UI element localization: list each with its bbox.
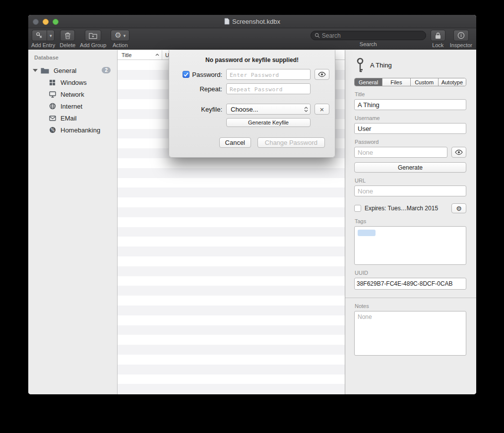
reveal-password-button[interactable] — [451, 147, 466, 158]
column-header-username[interactable]: U — [162, 52, 169, 58]
tab-general[interactable]: General — [355, 78, 382, 86]
url-field[interactable] — [354, 186, 466, 196]
dialog-password-input[interactable] — [226, 69, 311, 80]
delete-group: Delete — [60, 30, 75, 48]
zoom-button[interactable] — [53, 19, 59, 25]
clear-keyfile-button[interactable]: × — [315, 104, 329, 115]
add-entry-button[interactable] — [32, 30, 47, 41]
notes-field-label: Notes — [355, 303, 466, 309]
notes-field[interactable] — [354, 311, 466, 356]
sidebar-item-label: EMail — [61, 115, 77, 122]
username-field[interactable] — [354, 123, 466, 134]
lock-button[interactable] — [431, 30, 445, 41]
lock-group: Lock — [431, 30, 445, 48]
sidebar-item-email[interactable]: EMail — [28, 112, 117, 124]
sidebar-item-windows[interactable]: Windows — [28, 76, 117, 88]
disclosure-triangle-icon[interactable] — [33, 69, 38, 72]
trash-icon — [64, 32, 71, 39]
network-icon — [49, 91, 56, 98]
svg-text:%: % — [51, 128, 55, 132]
eye-icon — [455, 149, 463, 155]
action-group: ⚙ ▾ Action — [111, 30, 129, 48]
info-circle-icon — [457, 32, 465, 39]
add-entry-label: Add Entry — [31, 42, 55, 48]
search-group: Search — [311, 30, 426, 47]
traffic-lights — [33, 19, 59, 25]
cancel-button[interactable]: Cancel — [219, 137, 251, 148]
search-field[interactable] — [311, 31, 426, 40]
toolbar: ▾ Add Entry Delete Add Group ⚙ — [28, 28, 476, 50]
sidebar-item-general[interactable]: General 2 — [28, 64, 117, 76]
chevron-down-icon: ▾ — [50, 33, 52, 38]
sort-ascending-icon — [155, 54, 159, 56]
change-password-button[interactable]: Change Password — [257, 137, 325, 148]
sidebar-item-label: General — [54, 67, 76, 74]
uuid-field[interactable] — [354, 278, 466, 290]
add-group-button[interactable] — [85, 30, 101, 41]
sidebar-item-label: Windows — [61, 79, 87, 86]
inspector-tabs: General Files Custom Autotype — [354, 78, 466, 86]
generate-keyfile-button[interactable]: Generate Keyfile — [226, 118, 311, 127]
inspector-button[interactable] — [453, 30, 469, 41]
expires-options-button[interactable]: ⚙ — [451, 203, 466, 213]
key-plus-icon — [36, 32, 43, 39]
key-icon — [356, 58, 365, 73]
action-label: Action — [113, 42, 128, 48]
title-field-label: Title — [355, 91, 466, 97]
delete-label: Delete — [60, 42, 75, 48]
folder-plus-icon — [89, 32, 97, 39]
sidebar-item-label: Homebanking — [61, 126, 100, 134]
dialog-password-label: Password: — [192, 71, 222, 78]
close-button[interactable] — [33, 19, 39, 25]
change-password-dialog: No password or keyfile supplied! Passwor… — [169, 50, 335, 158]
delete-button[interactable] — [60, 30, 75, 41]
sidebar-item-label: Internet — [61, 103, 82, 110]
x-icon: × — [320, 106, 324, 113]
generate-password-button[interactable]: Generate — [354, 162, 466, 173]
dialog-reveal-password-button[interactable] — [315, 69, 329, 80]
sidebar-item-network[interactable]: Network — [28, 88, 117, 100]
search-input[interactable] — [322, 32, 422, 39]
search-label: Search — [360, 41, 377, 47]
magnifier-icon — [315, 33, 320, 38]
lock-label: Lock — [432, 42, 443, 48]
sidebar-item-label: Network — [61, 91, 84, 98]
tags-field[interactable] — [354, 226, 466, 265]
tab-files[interactable]: Files — [382, 78, 410, 86]
title-field[interactable] — [354, 99, 466, 110]
url-field-label: URL — [355, 178, 466, 184]
sidebar-item-internet[interactable]: Internet — [28, 100, 117, 112]
add-group-group: Add Group — [80, 30, 106, 48]
password-checkbox[interactable] — [183, 71, 189, 78]
gear-icon: ⚙ — [456, 205, 462, 212]
gear-icon: ⚙ — [115, 32, 121, 39]
dialog-repeat-input[interactable] — [226, 83, 311, 94]
minimize-button[interactable] — [43, 19, 49, 25]
password-field[interactable] — [354, 147, 447, 158]
tab-custom[interactable]: Custom — [411, 78, 439, 86]
folder-icon — [41, 67, 49, 74]
keyfile-popup-value: Choose... — [231, 106, 258, 113]
title-bar: Screenshot.kdbx — [28, 15, 476, 28]
entry-count-badge: 2 — [102, 67, 111, 73]
dialog-message: No password or keyfile supplied! — [179, 57, 325, 63]
action-button[interactable]: ⚙ ▾ — [111, 30, 129, 41]
password-field-label: Password — [355, 139, 466, 145]
column-header-title[interactable]: Title — [118, 50, 162, 60]
keyfile-popup-button[interactable]: Choose... — [226, 104, 311, 115]
envelope-icon — [49, 116, 56, 121]
app-window: Screenshot.kdbx ▾ Add Entry — [28, 15, 476, 394]
sidebar-item-homebanking[interactable]: % Homebanking — [28, 124, 117, 136]
tag-token[interactable] — [358, 230, 376, 236]
dialog-repeat-label: Repeat: — [175, 85, 222, 93]
expires-label: Expires: Tues…March 2015 — [365, 205, 448, 212]
inspector-group: Inspector — [450, 30, 472, 48]
tab-autotype[interactable]: Autotype — [439, 78, 466, 86]
add-entry-dropdown[interactable]: ▾ — [47, 30, 55, 41]
dialog-keyfile-label: Keyfile: — [175, 106, 222, 113]
expires-checkbox[interactable] — [354, 205, 361, 212]
inspector-panel: A Thing General Files Custom Autotype Ti… — [345, 50, 476, 394]
column-title-label: Title — [122, 52, 131, 58]
username-field-label: Username — [355, 115, 466, 121]
eye-icon — [318, 71, 326, 77]
